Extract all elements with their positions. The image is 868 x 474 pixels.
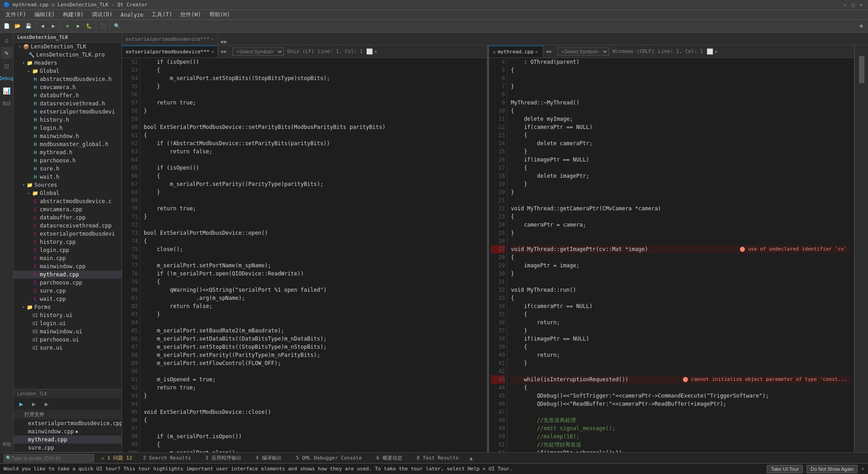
- maximize-btn[interactable]: □: [850, 2, 856, 8]
- tree-item-cmvcamera-h[interactable]: H cmvcamera.h: [14, 83, 122, 91]
- tree-item-wait-cpp[interactable]: C wait.cpp: [14, 295, 122, 303]
- open-btn[interactable]: 📂: [13, 21, 23, 31]
- tree-item-login-h[interactable]: H login.h: [14, 124, 122, 132]
- menu-widget[interactable]: 控件(W): [177, 10, 205, 19]
- tree-item-global-h[interactable]: 📁 Global: [14, 67, 122, 75]
- debug-buttons[interactable]: ▶ ▶ ▶: [14, 398, 122, 410]
- qml-debugger-tab[interactable]: 5 QML Debugger Console: [292, 454, 366, 462]
- run-btn[interactable]: ▶: [73, 21, 83, 31]
- take-tour-btn[interactable]: Take UI Tour: [767, 465, 803, 473]
- tab-nav-buttons[interactable]: ◀ ▶: [218, 38, 229, 45]
- menu-debug[interactable]: 调试(D): [88, 10, 116, 19]
- menu-analyze[interactable]: Analyze: [117, 11, 147, 19]
- back-btn[interactable]: ◀: [38, 21, 47, 31]
- tree-item-history-h[interactable]: H history.h: [14, 116, 122, 124]
- dont-show-again-btn[interactable]: Do Not Show Again: [807, 465, 858, 473]
- tree-item-root[interactable]: 📦 LensDetection_TLK: [14, 43, 122, 51]
- tree-item-abstractmodbusdevice-h[interactable]: H abstractmodbusdevice.h: [14, 75, 122, 83]
- tree-item-extserial-h[interactable]: H extserialportmodbusdevi: [14, 108, 122, 116]
- tree-item-datasreceivethread-h[interactable]: H datasreceivethread.h: [14, 100, 122, 108]
- run-btn-3[interactable]: ▶: [41, 399, 52, 409]
- left-back-arrow[interactable]: ◀: [220, 49, 223, 54]
- title-bar-controls[interactable]: — □ ✕: [842, 2, 864, 8]
- issues-tab[interactable]: ⚠ 1 问题 12: [101, 455, 132, 461]
- right-split-btn[interactable]: ⬜: [707, 48, 713, 55]
- tree-item-login-ui[interactable]: UI login.ui: [14, 319, 122, 327]
- tree-item-mythread-h[interactable]: H mythread.h: [14, 148, 122, 156]
- tree-item-mainwindow-ui[interactable]: UI mainwindow.ui: [14, 327, 122, 336]
- tree-item-extserial-cpp[interactable]: C extserialportmodbusdevi: [14, 230, 122, 238]
- split-btn[interactable]: ⬜: [366, 48, 373, 55]
- close-editor-btn[interactable]: ✕: [374, 48, 377, 55]
- tree-item-mainwindow-h[interactable]: H mainwindow.h: [14, 132, 122, 140]
- open-files-header[interactable]: 打开文件: [14, 410, 122, 419]
- left-editor-btns[interactable]: ⬜ ✕: [366, 48, 377, 55]
- tree-item-pro[interactable]: 🔧 LensDetection_TLK.pro: [14, 51, 122, 59]
- tab-right-arrow[interactable]: ▶: [224, 38, 227, 45]
- tree-item-global-src[interactable]: 📁 Global: [14, 189, 122, 197]
- tree-item-cmvcamera-cpp[interactable]: C cmvcamera.cpp: [14, 205, 122, 213]
- right-tab-nav[interactable]: ◀ ▶: [543, 49, 554, 54]
- right-fwd-arrow[interactable]: ▶: [549, 49, 552, 54]
- search-results-tab[interactable]: 2 Search Results: [139, 454, 194, 462]
- tab-left-arrow[interactable]: ◀: [220, 38, 223, 45]
- tour-close-btn[interactable]: ✕: [861, 466, 864, 472]
- tree-item-mainwindow-cpp[interactable]: C mainwindow.cpp: [14, 262, 122, 270]
- minimize-btn[interactable]: —: [842, 2, 848, 8]
- test-results-tab[interactable]: 8 Test Results: [413, 454, 462, 462]
- tree-item-parchoose-h[interactable]: H parchoose.h: [14, 156, 122, 165]
- right-code-area[interactable]: 4567891011121314151617181920212223242526…: [489, 58, 854, 452]
- tree-item-parchoose-cpp[interactable]: C parchoose.cpp: [14, 279, 122, 287]
- menu-help[interactable]: 帮助(H): [206, 10, 234, 19]
- left-tab-close[interactable]: ✕: [211, 49, 214, 54]
- tree-item-sure-ui[interactable]: UI sure.ui: [14, 344, 122, 352]
- tab-left-close[interactable]: ✕: [211, 37, 214, 42]
- edit-sidebar-btn[interactable]: ✎: [1, 47, 13, 59]
- tab-left-editor[interactable]: extserialportmodbusdevice*** ✕: [122, 33, 218, 45]
- menu-file[interactable]: 文件(F): [2, 10, 30, 19]
- left-code-area[interactable]: 5253545556575859606162636465666768697071…: [122, 58, 487, 452]
- debug-sidebar-btn[interactable]: Debug: [1, 72, 13, 84]
- build-btn[interactable]: ⚒: [62, 21, 72, 31]
- left-editor-tab[interactable]: extserialportmodbusdevice*** ✕: [122, 46, 218, 57]
- tree-item-databuffer-cpp[interactable]: C databuffer.cpp: [14, 213, 122, 222]
- right-symbol-select[interactable]: <Select Symbol>: [557, 47, 609, 56]
- help-sidebar-btn[interactable]: 帮助: [1, 439, 13, 450]
- projects-sidebar-btn[interactable]: 项目: [1, 98, 13, 109]
- tree-item-history-cpp[interactable]: C history.cpp: [14, 238, 122, 246]
- general-messages-tab[interactable]: 6 概要信息: [373, 454, 406, 462]
- tree-item-parchoose-ui[interactable]: UI parchoose.ui: [14, 336, 122, 344]
- tree-item-datasreceivethread-cpp[interactable]: C datasreceivethread.cpp: [14, 222, 122, 230]
- tree-item-main-cpp[interactable]: C main.cpp: [14, 254, 122, 262]
- right-back-arrow[interactable]: ◀: [546, 49, 548, 54]
- left-tab-nav[interactable]: ◀ ▶: [218, 49, 228, 54]
- tree-item-wait-h[interactable]: H wait.h: [14, 173, 122, 181]
- tree-item-forms[interactable]: 📁 Forms: [14, 303, 122, 311]
- tree-item-sources[interactable]: 📁 Sources: [14, 181, 122, 189]
- right-close-editor-btn[interactable]: ✕: [714, 48, 717, 55]
- search-bar-container[interactable]: 🔍: [4, 454, 94, 462]
- debug-run-btn[interactable]: 🐛: [84, 21, 94, 31]
- analyze-sidebar-btn[interactable]: 📊: [1, 85, 13, 97]
- open-file-sure[interactable]: sure.cpp: [14, 444, 122, 452]
- new-btn[interactable]: 📄: [2, 21, 12, 31]
- design-sidebar-btn[interactable]: ◫: [1, 60, 13, 71]
- tree-item-modbusmaster-h[interactable]: H modbusmaster_global.h: [14, 140, 122, 148]
- menu-tools[interactable]: 工具(T): [148, 10, 176, 19]
- tree-item-history-ui[interactable]: UI history.ui: [14, 311, 122, 319]
- run-btn-2[interactable]: ▶: [28, 399, 40, 409]
- menu-edit[interactable]: 编辑(E): [31, 10, 59, 19]
- welcome-sidebar-btn[interactable]: ⌂: [1, 34, 13, 46]
- app-output-tab[interactable]: 3 应用程序输出: [202, 454, 245, 462]
- tree-item-headers[interactable]: 📁 Headers: [14, 59, 122, 67]
- tree-item-sure-h[interactable]: H sure.h: [14, 165, 122, 173]
- tree-item-login-cpp[interactable]: C login.cpp: [14, 246, 122, 254]
- open-file-extserial[interactable]: extserialportmodbusdevice.cpp: [14, 419, 122, 427]
- stop-btn[interactable]: ⬛: [98, 21, 108, 31]
- file-tree-content[interactable]: 📦 LensDetection_TLK 🔧 LensDetection_TLK.…: [14, 43, 122, 389]
- search-input[interactable]: [11, 455, 84, 461]
- locator-btn[interactable]: 🔍: [112, 21, 122, 31]
- save-btn[interactable]: 💾: [24, 21, 33, 31]
- tree-item-sure-cpp[interactable]: C sure.cpp: [14, 287, 122, 295]
- tree-item-mythread-cpp[interactable]: C mythread.cpp: [14, 270, 122, 279]
